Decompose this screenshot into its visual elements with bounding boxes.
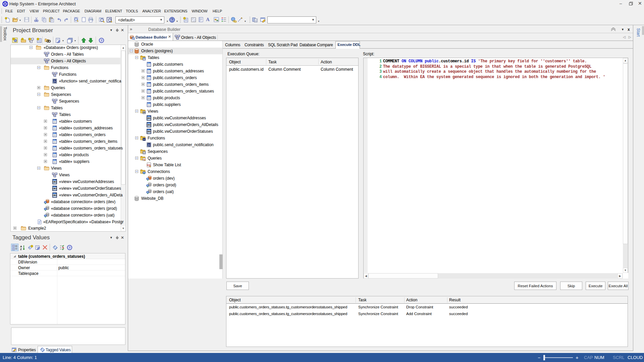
svg-text:12: 12 — [143, 152, 146, 154]
svg-text:fx: fx — [143, 138, 145, 140]
svg-text:?: ? — [101, 39, 103, 42]
svg-text:Z: Z — [20, 248, 22, 250]
svg-text:xv: xv — [13, 350, 15, 352]
svg-text:?: ? — [69, 246, 71, 249]
svg-text:?: ? — [171, 18, 173, 22]
svg-text:SQL: SQL — [147, 164, 151, 167]
svg-text:fx: fx — [148, 143, 150, 146]
svg-text:fx: fx — [54, 79, 56, 83]
